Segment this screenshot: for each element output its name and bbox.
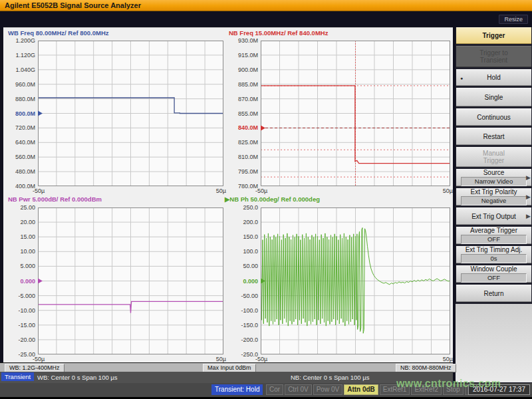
y-tick-label: 855.0M	[227, 110, 258, 117]
y-tick-label: 870.0M	[227, 96, 258, 102]
button-value: OFF	[461, 273, 527, 283]
button-label: Ext Trig Timing Adj.	[456, 246, 531, 253]
y-tick-label: 480.0M	[5, 168, 35, 175]
y-tick-label: 780.0M	[227, 183, 258, 190]
y-tick-label: 15.00	[5, 233, 35, 240]
y-tick-label: -50.00	[227, 293, 258, 299]
y-tick-label: 200.0	[227, 219, 258, 225]
x-tick-label: 50µ	[207, 188, 226, 194]
y-tick-label: 100.0	[227, 248, 258, 255]
x-tick-label: -50µ	[255, 188, 267, 194]
y-tick-label: -150.0	[227, 322, 258, 329]
chevron-right-icon: ▶	[526, 213, 531, 219]
button-value: Negative	[461, 196, 527, 205]
sidebar-button-ext-trig-output[interactable]: Ext Trig Output▶	[456, 207, 531, 225]
y-tick-label: 250.0	[227, 204, 258, 211]
y-tick-label: 900.0M	[227, 66, 258, 73]
y-tick-label: -10.00	[5, 307, 35, 314]
y-tick-label: 960.0M	[5, 81, 35, 88]
instrument-screen: Agilent E5052B Signal Source Analyzer Re…	[0, 0, 532, 399]
sidebar-button-average-trigger[interactable]: Average TriggerOFF	[456, 227, 531, 244]
y-tick-label: -100.0	[227, 307, 258, 314]
sidebar-button-window-couple[interactable]: Window CoupleOFF	[456, 265, 531, 283]
sidebar-button-single[interactable]: Single	[456, 88, 531, 106]
x-tick-label: -50µ	[33, 356, 45, 362]
button-value: 0s	[461, 254, 527, 263]
y-tick-label: 50.00	[227, 263, 258, 269]
chevron-right-icon: ▶	[526, 174, 531, 181]
plot-title-b: NB Freq 15.00MHz/ Ref 840.0MHz	[229, 29, 328, 37]
window-title: Agilent E5052B Signal Source Analyzer	[5, 1, 141, 9]
button-label-line: Manual	[456, 150, 531, 157]
top-strip: Resize	[0, 11, 532, 27]
sidebar-button-ext-trig-timing-adj[interactable]: Ext Trig Timing Adj.0s	[456, 246, 531, 263]
plot-area-c	[38, 207, 223, 354]
plot-title-c: NB Pwr 5.000dB/ Ref 0.000dBm	[8, 196, 102, 203]
y-tick-label: 795.0M	[227, 168, 258, 175]
sidebar-button-ext-trig-polarity[interactable]: Ext Trig PolarityNegative▶	[456, 188, 531, 205]
y-tick-label: 560.0M	[5, 154, 35, 160]
sweep-status-row: Transient WB: Center 0 s Span 100 µs NB:…	[0, 372, 453, 383]
y-tick-label: 1.040G	[5, 66, 35, 73]
button-label: Source	[456, 169, 531, 176]
button-label-line: Transient	[456, 57, 531, 64]
y-tick-label: -250.0	[227, 351, 258, 358]
button-label: Continuous	[456, 114, 531, 121]
x-tick-label: 50µ	[434, 188, 453, 194]
trigger-state-chip: Transient: Hold	[211, 384, 263, 395]
plot-area-a	[38, 41, 223, 186]
sidebar-button-continuous[interactable]: Continuous	[456, 108, 531, 126]
button-label: Ext Trig Polarity	[456, 188, 531, 196]
wb-sweep-label: WB: Center 0 s Span 100 µs	[37, 374, 118, 381]
mode-chip: Transient	[1, 372, 34, 381]
button-label: Average Trigger	[456, 227, 531, 234]
sidebar-button-manual-trigger: ManualTrigger	[456, 147, 531, 167]
y-tick-label: 1.200G	[5, 37, 35, 44]
button-label-line: Trigger	[456, 157, 531, 164]
y-tick-label: 720.0M	[5, 124, 35, 131]
button-label: Ext Trig Output	[456, 213, 531, 220]
plot-area-d	[261, 207, 450, 354]
y-tick-label: 1.120G	[5, 52, 35, 59]
button-label-line: Trigger to	[456, 49, 531, 57]
y-tick-label: 915.0M	[227, 52, 258, 59]
y-tick-label: 800.0M	[5, 110, 35, 117]
plot-title-text: NB Pwr 5.000dB/ Ref 0.000dBm	[8, 196, 102, 203]
y-tick-label: 810.0M	[227, 154, 258, 160]
y-tick-label: 840.0M	[227, 124, 258, 131]
status-indicator-ctrl-0v: Ctrl 0V	[285, 384, 312, 395]
sidebar-header-trigger[interactable]: Trigger	[456, 27, 531, 44]
sidebar-button-restart[interactable]: Restart	[456, 128, 531, 145]
plot-title-d: ▶NB Ph 50.00deg/ Ref 0.000deg	[225, 196, 320, 203]
sidebar-filler	[456, 304, 532, 382]
y-tick-label: 150.0	[227, 233, 258, 240]
y-tick-label: 880.0M	[5, 96, 35, 102]
plot-area-b	[261, 41, 450, 186]
selected-bullet-icon: ●	[460, 75, 463, 80]
y-tick-label: 20.00	[5, 219, 35, 225]
button-value: OFF	[461, 235, 527, 244]
resize-button[interactable]: Resize	[499, 15, 528, 24]
button-value: Narrow Video	[461, 177, 527, 186]
y-tick-label: -5.000	[5, 293, 35, 299]
y-tick-label: 10.00	[5, 248, 35, 255]
y-tick-label: -200.0	[227, 336, 258, 343]
button-label: Restart	[456, 133, 531, 140]
y-tick-label: 0.000	[5, 278, 35, 285]
y-tick-label: 25.00	[5, 204, 35, 211]
band-status-row: WB: 1.2G-400MHz Max Input 0dBm NB: 800M-…	[0, 362, 453, 372]
sidebar-button-source[interactable]: SourceNarrow Video▶	[456, 169, 531, 186]
watermark: www.cntronics.com	[396, 378, 501, 390]
window-titlebar: Agilent E5052B Signal Source Analyzer	[0, 0, 532, 11]
sidebar-button-trigger-to-transient: Trigger toTransient	[456, 46, 531, 67]
sidebar-button-return[interactable]: Return	[456, 285, 531, 302]
y-tick-label: 825.0M	[227, 139, 258, 146]
plot-title-text: WB Freq 80.00MHz/ Ref 800.0MHz	[8, 29, 109, 37]
y-tick-label: -20.00	[5, 336, 35, 343]
x-tick-label: -50µ	[255, 356, 267, 362]
y-tick-label: 640.0M	[5, 139, 35, 146]
button-label: Return	[456, 290, 531, 297]
sidebar-button-hold[interactable]: Hold●	[456, 69, 531, 86]
button-label: Single	[456, 94, 531, 101]
status-indicator-attn-0db: Attn 0dB	[344, 384, 378, 395]
